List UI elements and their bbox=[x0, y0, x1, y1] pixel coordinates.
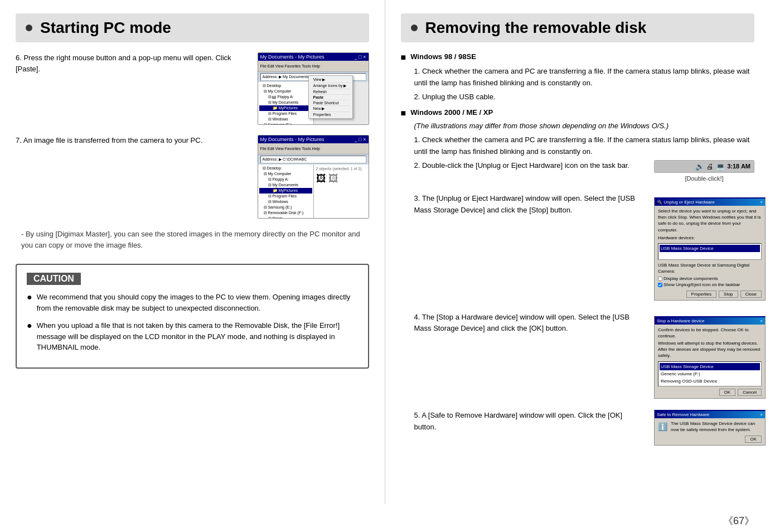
win-screenshot-2: My Documents - My Pictures _ □ × File Ed… bbox=[258, 135, 369, 219]
unplug-check2-label: Show Unplug/Eject icon on the taskbar bbox=[664, 282, 740, 288]
note-text: - By using [Digimax Master], you can see… bbox=[16, 229, 369, 250]
file-icons: 🖼 🖼 bbox=[316, 173, 366, 185]
tree-item: ⊟ Desktop bbox=[259, 166, 312, 171]
safe-buttons: OK bbox=[658, 436, 762, 443]
stop-desc2: Windows will attempt to stop the followi… bbox=[658, 340, 762, 359]
safe-remove-title: Safe to Remove Hardware × bbox=[655, 411, 765, 418]
win98-section: ■ Windows 98 / 98SE 1. Check whether the… bbox=[401, 52, 755, 103]
win2k-step-5-row: 5. A [Safe to Remove Hardware] window wi… bbox=[414, 410, 755, 445]
unplug-close-btn[interactable]: Close bbox=[740, 291, 762, 298]
win2k-section: ■ Windows 2000 / ME / XP (The illustrati… bbox=[401, 108, 755, 445]
dbl-click-label: [Double-click!] bbox=[654, 175, 754, 182]
taskbar-icon-1: 🔊 bbox=[695, 162, 704, 171]
stop-listbox: USB Mass Storage Device Generic volume (… bbox=[658, 361, 762, 387]
unplug-check2-row: Show Unplug/Eject icon on the taskbar bbox=[658, 282, 762, 288]
win1-title: My Documents - My Pictures bbox=[260, 54, 325, 60]
stop-ok-btn[interactable]: OK bbox=[719, 389, 736, 396]
unplug-listbox: USB Mass Storage Device bbox=[658, 243, 762, 260]
tree-item: ⊟ My Computer bbox=[259, 171, 312, 177]
tree-item: ⊟ Samsung (E:) bbox=[259, 122, 312, 125]
ctx-properties: Properties bbox=[311, 112, 350, 117]
safe-ok-btn[interactable]: OK bbox=[745, 436, 762, 443]
win2k-bullet-icon: ■ bbox=[401, 108, 406, 118]
unplug-stop-btn[interactable]: Stop bbox=[719, 291, 738, 298]
stop-device-1[interactable]: USB Mass Storage Device bbox=[660, 363, 760, 370]
ctx-arrange: Arrange Icons by ▶ bbox=[311, 83, 350, 89]
footer: 《67》 bbox=[0, 504, 770, 532]
unplug-desc: Select the device you want to unplug or … bbox=[658, 208, 762, 233]
context-menu: View ▶ Arrange Icons by ▶ Refresh Paste … bbox=[308, 75, 353, 119]
win2-body: ⊟ Desktop ⊟ My Computer ⊟ Floppy A: ⊟ My… bbox=[258, 165, 369, 219]
unplug-window: 🔌 Unplug or Eject Hardware × Select the … bbox=[654, 197, 766, 301]
ctx-paste[interactable]: Paste bbox=[311, 95, 350, 100]
taskbar-icon-3: 💻 bbox=[716, 162, 725, 171]
stop-body: Confirm devices to be stopped. Choose OK… bbox=[655, 325, 765, 399]
step-6-block: 6. Press the right mouse button and a po… bbox=[16, 52, 369, 125]
file-icon-1: 🖼 bbox=[316, 173, 326, 185]
win-screenshot-1: My Documents - My Pictures _ □ × File Ed… bbox=[258, 52, 369, 125]
win1-body: ⊟ Desktop ⊟ My Computer ⊟ 🖴 Floppy A: ⊟ … bbox=[258, 82, 369, 125]
win2k-step-1-text: 1. Check whether the camera and PC are t… bbox=[414, 136, 750, 156]
win2k-header: ■ Windows 2000 / ME / XP bbox=[401, 108, 755, 118]
stop-device-2: Generic volume (F:) bbox=[660, 370, 760, 378]
win2k-step-5-img: Safe to Remove Hardware × ℹ️ The USB Mas… bbox=[654, 410, 754, 445]
right-header-dot bbox=[411, 25, 418, 31]
caution-text-1: We recommend that you should copy the im… bbox=[37, 292, 358, 313]
stop-title-text: Stop a Hardware device bbox=[657, 318, 704, 323]
caution-item-2: ● When you upload a file that is not tak… bbox=[27, 320, 358, 353]
win1-controls: _ □ × bbox=[355, 54, 366, 60]
taskbar-time: 3:18 AM bbox=[727, 163, 750, 170]
safe-desc: The USB Mass Storage Device device can n… bbox=[671, 420, 762, 433]
win2-tree: ⊟ Desktop ⊟ My Computer ⊟ Floppy A: ⊟ My… bbox=[258, 165, 314, 219]
taskbar-image: 🔊 🖨 💻 3:18 AM bbox=[654, 160, 754, 173]
right-title: Removing the removable disk bbox=[425, 19, 647, 37]
tree-item: ⊟ Windows bbox=[259, 117, 312, 122]
ctx-paste-shortcut: Paste Shortcut bbox=[311, 100, 350, 106]
right-section-header: Removing the removable disk bbox=[401, 13, 755, 42]
tree-item: ⊟ Windows bbox=[259, 199, 312, 205]
tree-item-selected: 📁 MyPictures bbox=[259, 188, 312, 194]
tree-item: ⊟ My Documents bbox=[259, 100, 312, 105]
safe-body: ℹ️ The USB Mass Storage Device device ca… bbox=[655, 418, 765, 444]
stop-cancel-btn[interactable]: Cancel bbox=[738, 389, 762, 396]
tree-item: ⊟ Floppy A: bbox=[259, 177, 312, 182]
unplug-title: 🔌 Unplug or Eject Hardware × bbox=[655, 199, 765, 206]
stop-close[interactable]: × bbox=[760, 318, 763, 323]
win2k-step-3-text: 3. The [Unplug or Eject Hardware] window… bbox=[414, 193, 647, 216]
caution-title: CAUTION bbox=[27, 273, 81, 285]
win2-toolbar: File Edit View Favorites Tools Help bbox=[258, 143, 369, 154]
tree-item: ⊟ My Computer bbox=[259, 89, 312, 94]
win98-header: ■ Windows 98 / 98SE bbox=[401, 52, 755, 62]
win1-toolbar: File Edit View Favorites Tools Help bbox=[258, 61, 369, 72]
win1-titlebar: My Documents - My Pictures _ □ × bbox=[258, 53, 369, 61]
tree-item: ⊟ Dcam bbox=[259, 216, 312, 219]
header-dot bbox=[26, 25, 32, 31]
unplug-device-label: USB Mass Storage Device at Samsung Digit… bbox=[658, 262, 762, 274]
unplug-device-selected[interactable]: USB Mass Storage Device bbox=[660, 245, 760, 252]
win2k-step-3-img: 🔌 Unplug or Eject Hardware × Select the … bbox=[654, 193, 754, 301]
unplug-check2[interactable] bbox=[658, 283, 662, 287]
safe-row: ℹ️ The USB Mass Storage Device device ca… bbox=[658, 420, 762, 433]
unplug-check1-row: Display device components bbox=[658, 275, 762, 282]
unplug-close[interactable]: × bbox=[760, 200, 763, 205]
ctx-view: View ▶ bbox=[311, 77, 350, 83]
safe-close[interactable]: × bbox=[760, 412, 763, 417]
win98-step-1: 1. Check whether the camera and PC are t… bbox=[414, 66, 755, 89]
left-section-header: Starting PC mode bbox=[16, 13, 369, 42]
stop-buttons: OK Cancel bbox=[658, 389, 762, 396]
win2k-note: (The illustrations may differ from those… bbox=[401, 122, 755, 130]
stop-hardware-title: Stop a Hardware device × bbox=[655, 317, 765, 325]
toolbar-text2: File Edit View Favorites Tools Help bbox=[260, 147, 321, 151]
tree-item: ⊟ Removable Disk (F:) bbox=[259, 210, 312, 216]
tree-item: ⊟ Program Files bbox=[259, 194, 312, 199]
unplug-check1[interactable] bbox=[658, 277, 662, 281]
win98-bullet-icon: ■ bbox=[401, 52, 406, 62]
win2-content: 2 objects (selected: 1 of 2) 🖼 🖼 bbox=[314, 165, 369, 219]
toolbar-text: File Edit View Favorites Tools Help bbox=[260, 64, 321, 68]
unplug-title-text: 🔌 Unplug or Eject Hardware bbox=[657, 200, 715, 205]
file-count: 2 objects (selected: 1 of 2) bbox=[316, 167, 366, 171]
caution-text-2: When you upload a file that is not taken… bbox=[37, 320, 358, 353]
unplug-props-btn[interactable]: Properties bbox=[686, 291, 716, 298]
stop-hardware-window: Stop a Hardware device × Confirm devices… bbox=[654, 316, 766, 399]
win98-step-1-text: 1. Check whether the camera and PC are t… bbox=[414, 67, 750, 87]
